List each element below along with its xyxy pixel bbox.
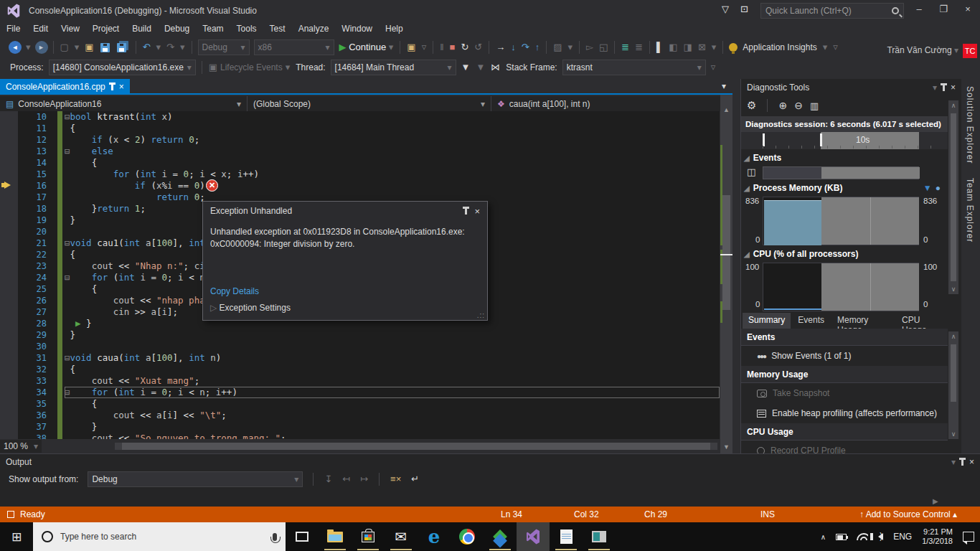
word-wrap-icon[interactable]: ↵ [408, 471, 422, 488]
undo-icon[interactable]: ↶ [140, 39, 154, 56]
action-center-icon[interactable] [963, 532, 974, 542]
toolbar-overflow-icon[interactable]: ▿ [708, 59, 719, 76]
exception-error-icon[interactable]: ✕ [206, 179, 218, 192]
code-line-38[interactable]: cout << "So nguyen to trong mang: "; [65, 433, 720, 439]
step-out-icon[interactable]: ↑ [532, 39, 543, 56]
show-next-statement-icon[interactable]: → [493, 39, 508, 56]
exception-settings-expander[interactable]: ▷ Exception Settings [210, 303, 291, 313]
stack-frame-dropdown[interactable]: ktrasnt▾ [562, 60, 706, 75]
menu-project[interactable]: Project [86, 22, 126, 36]
menu-tools[interactable]: Tools [230, 22, 263, 36]
dropdown-icon[interactable]: ▾ [72, 39, 83, 56]
code-line-33[interactable]: cout << "Xuat mang"; [65, 375, 720, 387]
pause-icon[interactable]: ‖ [437, 39, 446, 56]
menu-debug[interactable]: Debug [158, 22, 196, 36]
microsoft-store-icon[interactable] [352, 522, 385, 551]
breakpoints-icon[interactable]: ▨ [550, 39, 565, 56]
process-dropdown[interactable]: [14680] ConsoleApplication16.exe▾ [49, 60, 196, 75]
tab-events[interactable]: Events [792, 313, 830, 329]
timeline-ruler[interactable]: 10s [741, 132, 948, 149]
visual-studio-taskbar-icon[interactable] [517, 522, 550, 551]
summary-scrollbar[interactable]: ∧ ∨ [948, 331, 958, 439]
volume-icon[interactable] [878, 533, 883, 540]
nav-forward-icon[interactable]: ► [35, 41, 48, 54]
platform-dropdown[interactable]: x86▾ [254, 39, 334, 55]
file-explorer-icon[interactable] [319, 522, 352, 551]
notepad-icon[interactable] [550, 522, 583, 551]
code-line-14[interactable]: { [65, 157, 720, 169]
menu-edit[interactable]: Edit [27, 22, 55, 36]
menu-window[interactable]: Window [335, 22, 379, 36]
member-dropdown[interactable]: ❖ caua(int a[100], int n)▾ [491, 96, 732, 111]
clear-all-icon[interactable]: ≡× [387, 471, 404, 488]
panel-pin-icon[interactable] [943, 85, 945, 91]
save-all-icon[interactable] [117, 43, 126, 52]
application-insights-label[interactable]: Application Insights [740, 42, 819, 52]
tab-summary[interactable]: Summary [743, 313, 791, 329]
feedback-filter-icon[interactable]: ▽ [719, 4, 732, 14]
wifi-icon[interactable] [857, 533, 868, 540]
diag-scroll-down-icon[interactable]: ∨ [948, 286, 958, 293]
edge-icon[interactable]: e [418, 522, 451, 551]
lifecycle-events-label[interactable]: Lifecycle Events [220, 62, 283, 72]
code-line-32[interactable]: { [65, 364, 720, 375]
events-expander-icon[interactable]: ◢ [744, 154, 750, 162]
tab-cpu-usage[interactable]: CPU Usage [896, 313, 948, 329]
chrome-icon[interactable] [451, 522, 484, 551]
code-line-11[interactable]: { [65, 123, 720, 134]
battery-icon[interactable] [836, 534, 847, 540]
language-indicator[interactable]: ENG [893, 532, 912, 542]
bluestacks-icon[interactable] [484, 522, 517, 551]
continue-button[interactable]: ▶ Continue ▾ [336, 39, 397, 56]
cpu-expander-icon[interactable]: ◢ [744, 250, 750, 258]
output-source-dropdown[interactable]: Debug▾ [88, 471, 303, 487]
menu-view[interactable]: View [55, 22, 86, 36]
refresh-icon[interactable]: ↺ [471, 39, 485, 56]
output-pin-icon[interactable] [961, 460, 963, 466]
nav-back-icon[interactable]: ◄ [9, 41, 22, 54]
intellitrace-icon[interactable]: ▣ [404, 39, 418, 56]
send-feedback-icon[interactable]: ⊡ [738, 4, 751, 14]
code-line-36[interactable]: cout << a[i] << "\t"; [65, 410, 720, 421]
open-folder-icon[interactable]: ▣ [82, 39, 96, 56]
bookmark-icon[interactable]: ▌ [654, 39, 666, 56]
take-snapshot-link[interactable]: Take Snapshot [741, 383, 948, 403]
close-button[interactable]: × [956, 0, 980, 20]
zoom-level-dropdown[interactable]: 100 %▾ [0, 440, 42, 453]
save-icon[interactable] [100, 43, 110, 52]
step-over-icon[interactable]: ↷ [519, 39, 532, 56]
overflow-icon[interactable]: ▿ [419, 39, 430, 56]
tab-team-explorer[interactable]: Team Explorer [962, 171, 978, 250]
task-view-button[interactable] [286, 522, 319, 551]
panel-close-icon[interactable]: × [951, 83, 956, 93]
code-line-13[interactable]: ⊟ else [65, 146, 720, 157]
horizontal-scrollbar[interactable] [115, 443, 717, 450]
taskbar-search-input[interactable]: Type here to search [33, 522, 286, 551]
show-events-link[interactable]: ●●● Show Events (1 of 1) [741, 346, 948, 366]
filter-threads-icon[interactable]: ▼ [458, 59, 473, 76]
dropdown-icon[interactable]: ▾ [154, 39, 164, 56]
configuration-dropdown[interactable]: Debug▾ [198, 39, 250, 55]
code-line-37[interactable]: } [65, 421, 720, 433]
dropdown-icon[interactable]: ▾ [23, 39, 34, 56]
mail-icon[interactable]: ✉ [385, 522, 418, 551]
next-message-icon[interactable]: ↦ [357, 471, 371, 488]
code-line-30[interactable] [65, 341, 720, 352]
scroll-up-icon[interactable]: ▲ [720, 106, 732, 113]
menu-analyze[interactable]: Analyze [292, 22, 336, 36]
dropdown-icon[interactable]: ▾ [565, 39, 575, 56]
add-to-source-control[interactable]: ↑ Add to Source Control ▴ [859, 509, 957, 519]
clear-bookmarks-icon[interactable]: ⊠ [695, 39, 709, 56]
panel-menu-icon[interactable]: ▾ [933, 83, 937, 93]
dropdown-icon[interactable]: ▾ [820, 39, 831, 56]
restart-icon[interactable]: ↻ [458, 39, 471, 56]
code-line-15[interactable]: for (int i = 0; i < x; i++) [65, 169, 720, 180]
tab-close-icon[interactable]: × [119, 82, 124, 92]
immediate-window-icon[interactable]: ≣ [632, 39, 646, 56]
run-to-cursor-icon[interactable]: ▻ [583, 39, 596, 56]
new-project-icon[interactable]: ▢ [57, 39, 72, 56]
overflow-icon[interactable]: ▿ [830, 39, 841, 56]
memory-snapshot-circle-icon[interactable]: ● [936, 183, 941, 193]
horizontal-scrollbar-thumb[interactable] [122, 443, 710, 450]
scope-dropdown[interactable]: (Global Scope)▾ [248, 96, 491, 111]
